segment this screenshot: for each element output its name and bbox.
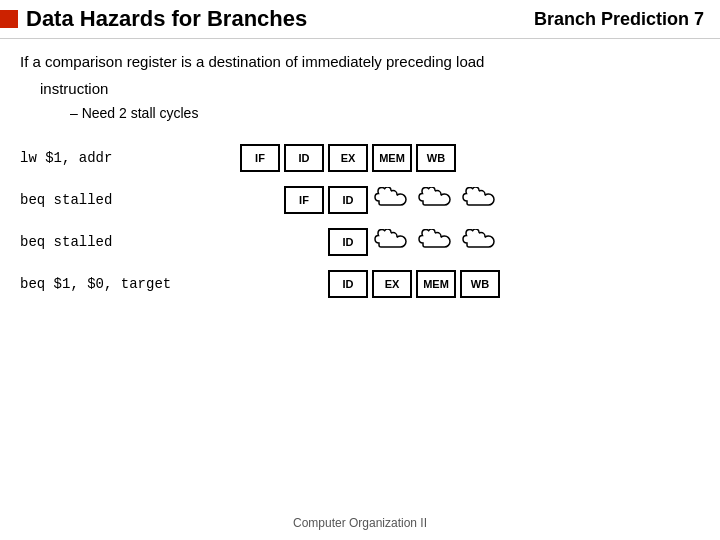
pipeline-section: lw $1, addrIFIDEXMEMWBbeq stalledIFID be…: [20, 144, 700, 298]
footer-text: Computer Organization II: [0, 516, 720, 530]
stall-bubble: [416, 186, 456, 214]
row-label: lw $1, addr: [20, 150, 240, 166]
stall-bubble: [416, 228, 456, 256]
row-label: beq stalled: [20, 234, 240, 250]
stage-box: ID: [328, 270, 368, 298]
stage-box: WB: [460, 270, 500, 298]
intro-line1: If a comparison register is a destinatio…: [20, 51, 700, 74]
stage-box: EX: [328, 144, 368, 172]
table-row: beq stalledID: [20, 228, 700, 256]
stall-bubble: [372, 228, 412, 256]
main-content: If a comparison register is a destinatio…: [0, 39, 720, 310]
stage-group: IFID: [284, 186, 500, 214]
stage-box: MEM: [416, 270, 456, 298]
stage-box: WB: [416, 144, 456, 172]
stage-box: ID: [328, 228, 368, 256]
red-square-icon: [0, 10, 18, 28]
page-title: Data Hazards for Branches: [26, 6, 307, 32]
table-row: lw $1, addrIFIDEXMEMWB: [20, 144, 700, 172]
stage-box: IF: [240, 144, 280, 172]
stage-group: ID: [328, 228, 500, 256]
stage-box: MEM: [372, 144, 412, 172]
bullet-item: Need 2 stall cycles: [20, 102, 700, 124]
header: Data Hazards for Branches Branch Predict…: [0, 0, 720, 39]
stage-box: IF: [284, 186, 324, 214]
table-row: beq stalledIFID: [20, 186, 700, 214]
stage-box: ID: [328, 186, 368, 214]
table-row: beq $1, $0, targetIDEXMEMWB: [20, 270, 700, 298]
stall-bubble: [372, 186, 412, 214]
section-label: Branch Prediction 7: [534, 9, 704, 30]
stage-box: ID: [284, 144, 324, 172]
row-label: beq $1, $0, target: [20, 276, 240, 292]
row-label: beq stalled: [20, 192, 240, 208]
stage-group: IDEXMEMWB: [328, 270, 500, 298]
intro-line2: instruction: [20, 78, 700, 101]
stage-box: EX: [372, 270, 412, 298]
stall-bubble: [460, 228, 500, 256]
stage-group: IFIDEXMEMWB: [240, 144, 456, 172]
stall-bubble: [460, 186, 500, 214]
